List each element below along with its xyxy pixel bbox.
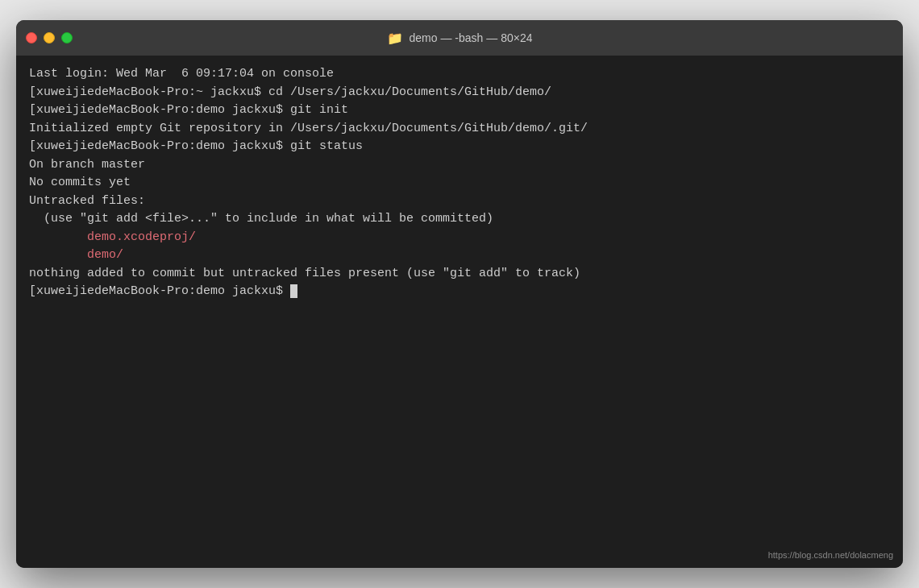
minimize-button[interactable] <box>44 32 55 43</box>
terminal-line: On branch master <box>29 156 890 175</box>
terminal-line: nothing added to commit but untracked fi… <box>29 265 890 284</box>
title-text: demo — -bash — 80×24 <box>410 31 533 44</box>
close-button[interactable] <box>26 32 37 43</box>
terminal-output: Last login: Wed Mar 6 09:17:04 on consol… <box>29 65 890 301</box>
terminal-line: Last login: Wed Mar 6 09:17:04 on consol… <box>29 65 890 84</box>
window-title: 📁 demo — -bash — 80×24 <box>387 31 533 46</box>
terminal-line: Initialized empty Git repository in /Use… <box>29 120 890 139</box>
cursor <box>290 284 297 298</box>
terminal-line: (use "git add <file>..." to include in w… <box>29 210 890 229</box>
terminal-line: [xuweijiedeMacBook-Pro:demo jackxu$ git … <box>29 101 890 120</box>
terminal-line: [xuweijiedeMacBook-Pro:~ jackxu$ cd /Use… <box>29 84 890 102</box>
terminal-line: demo/ <box>29 246 890 265</box>
folder-icon: 📁 <box>387 31 403 46</box>
maximize-button[interactable] <box>61 32 73 43</box>
terminal-line: Untracked files: <box>29 193 890 211</box>
terminal-line: No commits yet <box>29 174 890 193</box>
traffic-lights <box>26 32 73 43</box>
terminal-body[interactable]: Last login: Wed Mar 6 09:17:04 on consol… <box>16 56 903 568</box>
terminal-line: demo.xcodeproj/ <box>29 229 890 247</box>
terminal-line: [xuweijiedeMacBook-Pro:demo jackxu$ git … <box>29 138 890 156</box>
terminal-line: [xuweijiedeMacBook-Pro:demo jackxu$ <box>29 283 890 301</box>
watermark: https://blog.csdn.net/dolacmeng <box>768 549 893 562</box>
terminal-window: 📁 demo — -bash — 80×24 Last login: Wed M… <box>16 20 903 568</box>
titlebar: 📁 demo — -bash — 80×24 <box>16 20 903 56</box>
